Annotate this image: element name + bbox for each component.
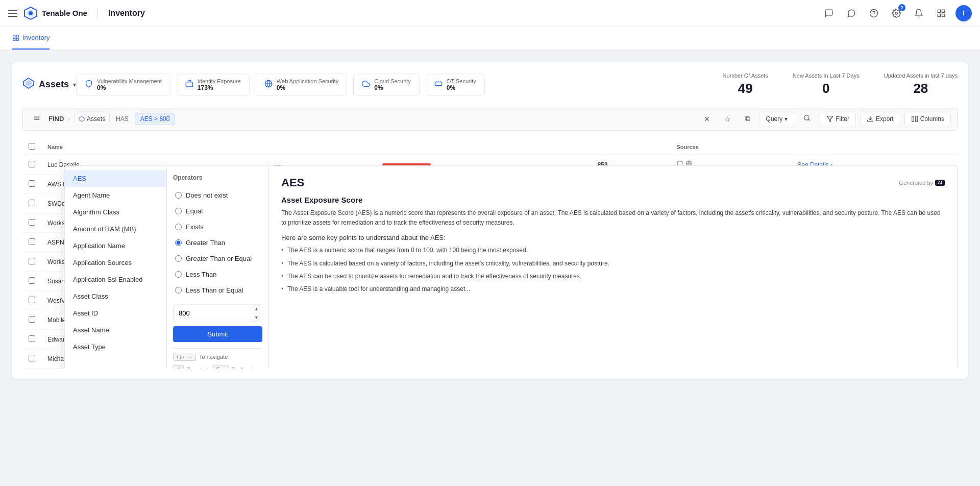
summary-card-new: New Assets In Last 7 Days 0 bbox=[793, 72, 860, 96]
assets-title-area: Assets ▾ bbox=[22, 77, 76, 92]
svg-marker-15 bbox=[26, 80, 32, 86]
field-item-ram[interactable]: Amount of RAM (MB) bbox=[65, 221, 166, 237]
stat-pill-vulnerability[interactable]: Vulnerability Management 0% bbox=[76, 74, 170, 96]
filter-dropdown: AES Agent Name Algorithm Class Amount of… bbox=[64, 165, 958, 369]
value-input[interactable] bbox=[174, 305, 251, 321]
operator-radio-0[interactable] bbox=[175, 192, 182, 199]
stat-pill-cloud[interactable]: Cloud Security 0% bbox=[353, 74, 420, 96]
nav-hint-dismiss: Esc To dismiss bbox=[213, 366, 258, 369]
field-item-asset-id[interactable]: Asset ID bbox=[65, 305, 166, 322]
row-checkbox-7[interactable] bbox=[29, 297, 35, 303]
assets-tag[interactable]: Assets bbox=[74, 113, 110, 125]
globe-icon bbox=[264, 80, 273, 89]
settings-icon-btn[interactable]: 2 bbox=[888, 5, 904, 21]
summary-value-1: 0 bbox=[793, 81, 860, 96]
aes-key-title: Here are some key points to understand a… bbox=[281, 234, 945, 241]
operator-label-4: Greater Than or Equal bbox=[186, 255, 252, 262]
field-item-asset-name[interactable]: Asset Name bbox=[65, 322, 166, 338]
ai-badge: AI bbox=[935, 180, 945, 186]
header-checkbox-cell bbox=[22, 139, 41, 155]
field-item-agent-name[interactable]: Agent Name bbox=[65, 187, 166, 204]
notification-icon-btn[interactable] bbox=[911, 5, 927, 21]
operator-radio-4[interactable] bbox=[175, 255, 182, 262]
field-item-app-name[interactable]: Application Name bbox=[65, 237, 166, 254]
operator-less-than[interactable]: Less Than bbox=[173, 266, 262, 282]
operator-radio-3[interactable] bbox=[175, 239, 182, 246]
row-checkbox-9[interactable] bbox=[29, 335, 35, 342]
nav-hint-dismiss-label: To dismiss bbox=[232, 367, 258, 369]
operator-greater-than[interactable]: Greater Than bbox=[173, 235, 262, 251]
cloud-icon bbox=[362, 80, 370, 89]
filter-btn[interactable]: Filter bbox=[820, 112, 856, 126]
content-card: Assets ▾ Vulnerability Management 0% bbox=[12, 62, 968, 379]
star-btn[interactable]: ☆ bbox=[719, 112, 736, 126]
grid-icon-btn[interactable] bbox=[933, 5, 949, 21]
operator-radio-5[interactable] bbox=[175, 271, 182, 278]
summary-card-total: Number Of Assets 49 bbox=[723, 72, 768, 96]
aes-bullet-1: The AES is calculated based on a variety… bbox=[281, 259, 945, 269]
submit-btn[interactable]: Submit bbox=[173, 326, 262, 342]
svg-rect-8 bbox=[938, 14, 940, 16]
row-checkbox-6[interactable] bbox=[29, 277, 35, 284]
copy-btn[interactable]: ⧉ bbox=[740, 111, 755, 126]
row-checkbox-cell bbox=[22, 272, 41, 291]
svg-rect-9 bbox=[942, 14, 945, 16]
select-all-checkbox[interactable] bbox=[29, 143, 35, 150]
field-item-aes[interactable]: AES bbox=[65, 170, 166, 187]
operator-less-than-equal[interactable]: Less Than or Equal bbox=[173, 282, 262, 298]
row-checkbox-4[interactable] bbox=[29, 238, 35, 245]
value-spinner[interactable]: ▲ ▼ bbox=[251, 305, 262, 322]
operator-radio-2[interactable] bbox=[175, 224, 182, 230]
filter-tag[interactable]: AES > 800 bbox=[135, 113, 176, 125]
stat-pill-web[interactable]: Web Application Security 0% bbox=[256, 74, 347, 96]
spinner-up-btn[interactable]: ▲ bbox=[251, 305, 262, 313]
row-checkbox-5[interactable] bbox=[29, 258, 35, 264]
value-input-wrap: ▲ ▼ bbox=[173, 304, 262, 322]
close-filter-btn[interactable]: ✕ bbox=[699, 112, 715, 126]
row-checkbox-3[interactable] bbox=[29, 219, 35, 226]
generated-by-label: Generated by bbox=[899, 180, 933, 186]
menu-toggle-btn[interactable] bbox=[29, 112, 44, 125]
search-btn[interactable] bbox=[798, 111, 816, 126]
operator-radio-1[interactable] bbox=[175, 208, 182, 214]
assets-title: Assets bbox=[39, 79, 69, 90]
filter-label: Filter bbox=[836, 115, 849, 123]
operator-greater-than-equal[interactable]: Greater Than or Equal bbox=[173, 251, 262, 266]
assets-icon bbox=[22, 77, 35, 92]
row-checkbox-8[interactable] bbox=[29, 316, 35, 323]
pill-value-4: 0% bbox=[447, 84, 476, 91]
operators-panel: Operators Does not exist Equal Exists bbox=[167, 166, 269, 369]
row-checkbox-cell bbox=[22, 233, 41, 252]
chat-icon-btn[interactable] bbox=[821, 5, 837, 21]
operator-label-5: Less Than bbox=[186, 271, 216, 278]
svg-rect-28 bbox=[912, 116, 914, 121]
query-btn[interactable]: Query ▾ bbox=[760, 112, 795, 126]
hamburger-menu[interactable] bbox=[8, 10, 17, 17]
row-checkbox-0[interactable] bbox=[29, 161, 35, 167]
columns-btn[interactable]: Columns bbox=[904, 112, 951, 126]
export-btn[interactable]: Export bbox=[860, 112, 900, 126]
field-item-algorithm[interactable]: Algorithm Class bbox=[65, 204, 166, 221]
field-item-app-ssl[interactable]: Application Ssl Enabled bbox=[65, 271, 166, 288]
field-item-app-sources[interactable]: Application Sources bbox=[65, 254, 166, 271]
row-checkbox-2[interactable] bbox=[29, 200, 35, 206]
stat-pill-identity[interactable]: Identity Exposure 173% bbox=[177, 74, 250, 96]
user-avatar[interactable]: I bbox=[955, 5, 972, 21]
field-item-asset-class[interactable]: Asset Class bbox=[65, 288, 166, 305]
row-checkbox-10[interactable] bbox=[29, 355, 35, 361]
operator-equal[interactable]: Equal bbox=[173, 203, 262, 219]
operator-does-not-exist[interactable]: Does not exist bbox=[173, 187, 262, 203]
svg-rect-12 bbox=[13, 38, 15, 40]
fields-list[interactable]: AES Agent Name Algorithm Class Amount of… bbox=[65, 166, 167, 369]
operator-exists[interactable]: Exists bbox=[173, 219, 262, 235]
message-icon-btn[interactable] bbox=[843, 5, 860, 21]
spinner-down-btn[interactable]: ▼ bbox=[251, 313, 262, 322]
help-icon-btn[interactable] bbox=[866, 5, 882, 21]
field-item-asset-type[interactable]: Asset Type bbox=[65, 338, 166, 355]
inventory-nav-item[interactable]: Inventory bbox=[12, 27, 50, 50]
row-checkbox-cell bbox=[22, 194, 41, 213]
operator-radio-6[interactable] bbox=[175, 287, 182, 294]
stat-pill-ot[interactable]: OT Security 0% bbox=[426, 74, 485, 96]
row-checkbox-1[interactable] bbox=[29, 180, 35, 187]
summary-card-updated: Updated Assets in last 7 days 28 bbox=[884, 72, 958, 96]
